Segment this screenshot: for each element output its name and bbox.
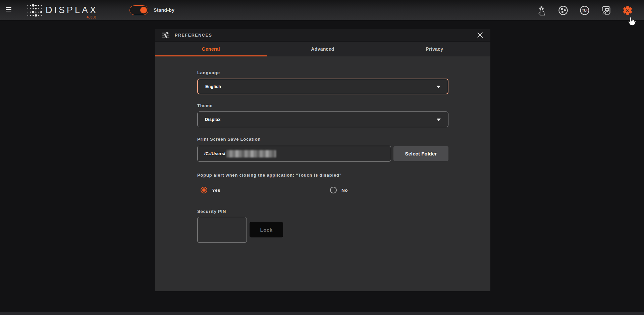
top-bar: DISPLAX 4.0.0 Stand-by TUI [0, 0, 644, 20]
radio-yes-label: Yes [212, 188, 220, 193]
dialog-body: Language English Theme Displax Print Scr… [155, 56, 490, 243]
standby-label: Stand-by [154, 0, 174, 20]
standby-toggle[interactable] [129, 5, 148, 15]
menu-hamburger-icon[interactable] [6, 7, 13, 13]
dialog-header: PREFERENCES [155, 29, 490, 42]
tab-advanced[interactable]: Advanced [267, 42, 378, 56]
radio-no-circle [330, 187, 337, 193]
dialog-tabs: General Advanced Privacy [155, 42, 490, 56]
theme-value: Displax [205, 117, 221, 122]
dialog-title: PREFERENCES [175, 33, 212, 38]
background-app-edge [0, 312, 644, 315]
select-folder-button[interactable]: Select Folder [393, 146, 448, 161]
save-location-label: Print Screen Save Location [197, 137, 448, 142]
language-label: Language [197, 70, 448, 75]
theme-label: Theme [197, 103, 448, 108]
chevron-down-icon [437, 119, 441, 121]
settings-gear-icon[interactable] [622, 5, 633, 16]
sliders-icon [162, 32, 169, 38]
close-button[interactable] [476, 31, 484, 40]
tab-privacy[interactable]: Privacy [379, 42, 490, 56]
radio-yes-circle [201, 187, 207, 193]
topbar-icon-group: TUI [536, 0, 633, 20]
security-pin-input[interactable] [197, 217, 247, 243]
preferences-dialog: PREFERENCES General Advanced Privacy Lan… [155, 29, 490, 291]
language-value: English [205, 84, 221, 89]
brand-logo: DISPLAX 4.0.0 [27, 4, 98, 17]
redacted-username-blur [226, 150, 276, 158]
cast-icon[interactable] [600, 5, 612, 16]
lock-button[interactable]: Lock [250, 222, 283, 237]
popup-alert-label: Popup alert when closing the application… [197, 173, 448, 178]
svg-text:TUI: TUI [582, 8, 587, 12]
tab-general[interactable]: General [155, 42, 267, 56]
cursor-pointer-icon [627, 16, 637, 28]
logo-dot-grid-icon [27, 4, 42, 17]
radio-yes[interactable]: Yes [201, 187, 330, 193]
save-location-input[interactable]: /C:/Users/ [197, 146, 391, 162]
close-icon [477, 32, 483, 38]
security-pin-label: Security PIN [197, 209, 448, 214]
save-location-value: /C:/Users/ [204, 151, 225, 156]
tokens-icon[interactable] [557, 5, 569, 16]
app-version: 4.0.0 [87, 15, 97, 19]
language-select[interactable]: English [197, 79, 448, 94]
popup-alert-radio-group: Yes No [197, 187, 448, 193]
save-location-row: /C:/Users/ Select Folder [197, 146, 448, 162]
logo-wordmark: DISPLAX [46, 4, 98, 16]
chevron-down-icon [436, 86, 440, 88]
touch-icon[interactable] [536, 5, 547, 16]
toggle-knob [140, 7, 147, 13]
radio-no[interactable]: No [330, 187, 348, 193]
security-pin-row: Lock [197, 217, 448, 243]
tui-icon[interactable]: TUI [579, 5, 590, 16]
theme-select[interactable]: Displax [197, 111, 448, 127]
radio-no-label: No [341, 188, 348, 193]
